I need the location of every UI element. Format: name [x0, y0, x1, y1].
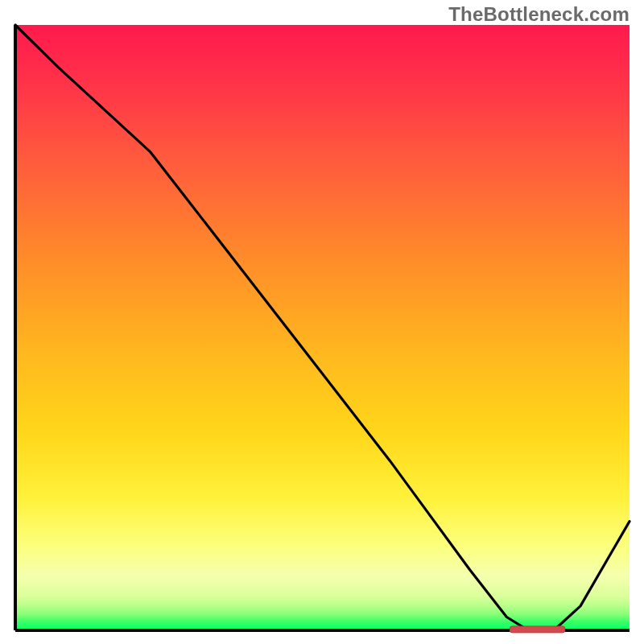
minimum-marker — [510, 626, 565, 633]
plot-svg — [0, 0, 644, 644]
chart-container: TheBottleneck.com — [0, 0, 644, 644]
curve-line — [15, 25, 630, 629]
axes — [15, 25, 630, 630]
